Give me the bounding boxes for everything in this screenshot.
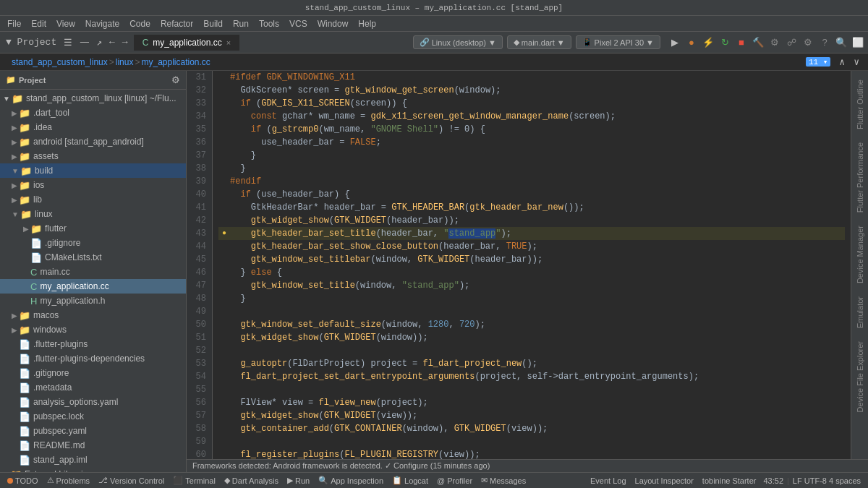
collapse-btn[interactable]: ∧: [836, 55, 848, 69]
tree-item-my-app-cc[interactable]: ▶ C my_application.cc: [0, 279, 186, 294]
code-editor[interactable]: #ifdef GDK_WINDOWING_X11 GdkScreen* scre…: [213, 71, 851, 459]
tree-item-windows[interactable]: ▶ 📁 windows: [0, 322, 186, 337]
status-todo[interactable]: TODO: [3, 473, 43, 488]
tree-item-ios[interactable]: ▶ 📁 ios: [0, 178, 186, 192]
status-run[interactable]: ▶ Run: [283, 473, 314, 488]
status-logcat[interactable]: 📋 Logcat: [388, 473, 433, 488]
vtab-device-manager[interactable]: Device Manager: [854, 220, 866, 289]
menu-refactor[interactable]: Refactor: [156, 17, 197, 30]
menu-window[interactable]: Window: [313, 17, 353, 30]
run-config-linux-btn[interactable]: 🔗 Linux (desktop) ▼: [413, 35, 503, 49]
tree-item-gitignore[interactable]: ▶ 📄 .gitignore: [0, 366, 186, 380]
status-right-info[interactable]: tobinine Starter 43:52 | LF UTF-8 4 spac…: [698, 476, 865, 485]
tree-item-idea[interactable]: ▶ 📁 .idea: [0, 120, 186, 134]
todo-label: TODO: [15, 476, 38, 485]
status-dart-analysis[interactable]: ◆ Dart Analysis: [220, 473, 283, 488]
search-icon[interactable]: 🔍: [834, 35, 848, 50]
run-config-dart-btn[interactable]: ◆ main.dart ▼: [507, 35, 571, 49]
menu-code[interactable]: Code: [125, 17, 155, 30]
tree-item-assets[interactable]: ▶ 📁 assets: [0, 149, 186, 163]
tree-item-flutter[interactable]: ▶ 📁 flutter: [0, 221, 186, 236]
tree-item-dart-tool[interactable]: ▶ 📁 .dart_tool: [0, 106, 186, 120]
expand-editor-btn[interactable]: ∨: [851, 55, 862, 69]
tree-item-build[interactable]: ▼ 📁 build: [0, 163, 186, 178]
status-layout-inspector[interactable]: Layout Inspector: [631, 476, 698, 485]
menu-build[interactable]: Build: [199, 17, 227, 30]
tree-item-cmakelists[interactable]: ▶ 📄 CMakeLists.txt: [0, 250, 186, 265]
breadcrumb-root[interactable]: stand_app_custom_linux: [12, 57, 108, 67]
arrow-assets: ▶: [12, 153, 17, 160]
file-tab-close[interactable]: ×: [226, 38, 231, 47]
status-version-control[interactable]: ⎇ Version Control: [94, 473, 169, 488]
arrow-root: ▼: [3, 95, 10, 103]
main-layout: 📁 Project ⚙ ▼ 📁 stand_app_custom_linux […: [0, 71, 868, 472]
menu-file[interactable]: File: [3, 17, 25, 30]
tree-item-pubspecyaml[interactable]: ▶ 📄 pubspec.yaml: [0, 424, 186, 438]
menu-run[interactable]: Run: [229, 17, 253, 30]
status-terminal[interactable]: ⬛ Terminal: [169, 473, 220, 488]
hot-reload-button[interactable]: ⚡: [701, 35, 715, 50]
menu-vcs[interactable]: VCS: [285, 17, 312, 30]
git-button[interactable]: ☍: [784, 35, 799, 50]
tree-item-linux[interactable]: ▼ 📁 linux: [0, 207, 186, 221]
vtab-device-file-explorer[interactable]: Device File Explorer: [854, 335, 866, 418]
status-app-inspection[interactable]: 🔍 App Inspection: [314, 473, 388, 488]
run-button[interactable]: ▶: [668, 35, 682, 50]
menu-tools[interactable]: Tools: [255, 17, 284, 30]
tree-item-main-cc[interactable]: ▶ C main.cc: [0, 265, 186, 279]
tree-item-gitignore-linux[interactable]: ▶ 📄 .gitignore: [0, 236, 186, 250]
tree-item-lib[interactable]: ▶ 📁 lib: [0, 192, 186, 207]
tree-item-readme[interactable]: ▶ 📄 README.md: [0, 438, 186, 453]
tree-label-windows: windows: [33, 325, 67, 335]
file-tab-my-application[interactable]: C my_application.cc ×: [134, 35, 241, 51]
menu-edit[interactable]: Edit: [27, 17, 51, 30]
status-problems[interactable]: ⚠ Problems: [43, 473, 94, 488]
debug-button[interactable]: ●: [684, 35, 699, 50]
toolbar-btn-1[interactable]: ☰: [61, 35, 75, 50]
toolbar-btn-2[interactable]: ⸻: [77, 35, 92, 49]
vtab-emulator[interactable]: Emulator: [854, 291, 866, 334]
menu-navigate[interactable]: Navigate: [81, 17, 124, 30]
tree-item-my-app-h[interactable]: ▶ H my_application.h: [0, 294, 186, 308]
menu-help[interactable]: Help: [354, 17, 380, 30]
run-config-pixel-btn[interactable]: 📱 Pixel 2 API 30 ▼: [576, 35, 660, 49]
vtab-flutter-outline[interactable]: Flutter Outline: [854, 74, 866, 135]
framework-detect-bar: Frameworks detected: Android framework i…: [187, 459, 868, 472]
stop-button[interactable]: ■: [734, 35, 749, 50]
toolbar-btn-4[interactable]: ←: [106, 35, 118, 49]
tree-item-android[interactable]: ▶ 📁 android [stand_app_android]: [0, 134, 186, 149]
build-button[interactable]: 🔨: [751, 35, 765, 50]
hot-restart-button[interactable]: ↻: [718, 35, 732, 50]
tree-item-external[interactable]: ▶ 📁 External Libraries: [0, 467, 186, 472]
run-icons: ▶ ● ⚡ ↻ ■ 🔨 ⚙ ☍ ⚙ ? 🔍 ⬜: [668, 35, 865, 50]
editor-area: 31 32 33 34 35 36 37 38 39 40 41 42 43 4…: [187, 71, 868, 459]
tree-item-pubspeclock[interactable]: ▶ 📄 pubspec.lock: [0, 409, 186, 424]
tree-item-root[interactable]: ▼ 📁 stand_app_custom_linux [linux] ~/Flu…: [0, 91, 186, 106]
tree-item-flutter-plugins-dep[interactable]: ▶ 📄 .flutter-plugins-dependencies: [0, 351, 186, 366]
tree-item-metadata[interactable]: ▶ 📄 .metadata: [0, 380, 186, 395]
line-count-badge[interactable]: 11 ▾: [806, 57, 830, 67]
toolbar-btn-3[interactable]: ↗: [93, 35, 105, 50]
expand-icon[interactable]: ⬜: [851, 35, 865, 50]
project-settings-icon[interactable]: ⚙: [171, 74, 180, 85]
tree-item-flutter-plugins[interactable]: ▶ 📄 .flutter-plugins: [0, 337, 186, 351]
menu-view[interactable]: View: [52, 17, 80, 30]
toolbar-project-btn[interactable]: ▼ Project: [3, 35, 59, 49]
breadcrumb-file[interactable]: my_application.cc: [141, 57, 210, 67]
tree-item-macos[interactable]: ▶ 📁 macos: [0, 308, 186, 322]
vtab-flutter-performance[interactable]: Flutter Performance: [854, 137, 866, 218]
breadcrumb-linux[interactable]: linux: [116, 57, 134, 67]
tree-item-analysis[interactable]: ▶ 📄 analysis_options.yaml: [0, 395, 186, 409]
tree-item-standapp-iml[interactable]: ▶ 📄 stand_app.iml: [0, 453, 186, 467]
help-icon[interactable]: ?: [817, 35, 832, 50]
code-line-49: [218, 305, 845, 318]
code-text-55: [230, 383, 845, 396]
code-line-60: fl_register_plugins(FL_PLUGIN_REGISTRY(v…: [218, 448, 845, 459]
status-messages[interactable]: ✉ Messages: [477, 473, 530, 488]
status-event-log[interactable]: Event Log: [586, 476, 631, 485]
settings-icon[interactable]: ⚙: [801, 35, 815, 50]
sdk-button[interactable]: ⚙: [767, 35, 782, 50]
toolbar-project-section: ▼ Project ☰ ⸻ ↗ ← →: [3, 35, 131, 50]
status-profiler[interactable]: @ Profiler: [433, 473, 477, 488]
toolbar-btn-5[interactable]: →: [119, 35, 131, 49]
